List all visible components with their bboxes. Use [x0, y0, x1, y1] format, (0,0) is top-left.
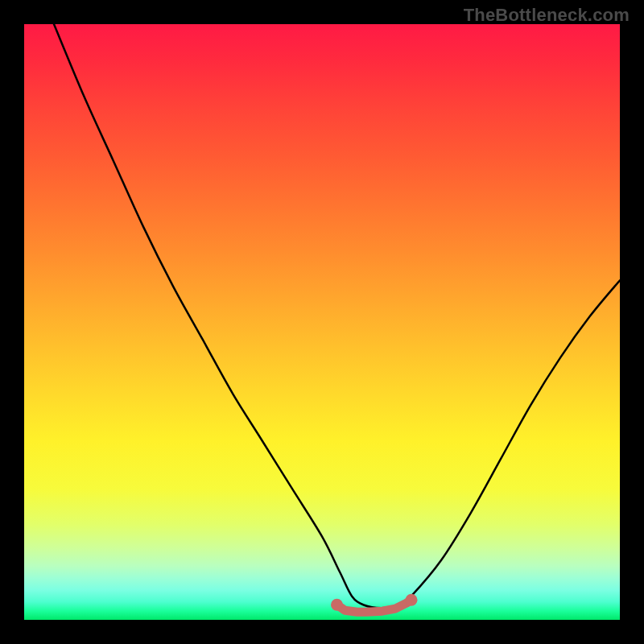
svg-point-1: [406, 594, 418, 606]
salmon-highlight: [24, 24, 620, 620]
gradient-plot-area: [24, 24, 620, 620]
svg-point-0: [331, 599, 343, 611]
chart-container: TheBottleneck.com: [0, 0, 644, 644]
watermark-text: TheBottleneck.com: [464, 5, 630, 26]
